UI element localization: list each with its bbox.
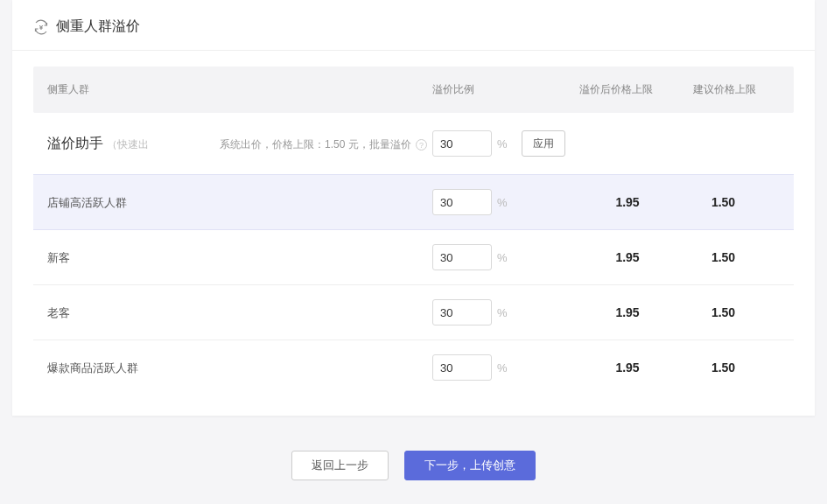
percent-label: % <box>497 196 508 209</box>
footer-actions: 返回上一步 下一步，上传创意 <box>0 416 827 501</box>
ratio-input[interactable] <box>432 189 492 215</box>
helper-title: 溢价助手 <box>47 136 103 150</box>
col-header-group: 侧重人群 <box>47 82 432 97</box>
yuan-refresh-icon: ¥ <box>33 19 49 35</box>
row-name: 店铺高活跃人群 <box>47 196 127 209</box>
percent-label: % <box>497 361 508 374</box>
table-row: 新客%1.951.50 <box>33 230 794 284</box>
ratio-input[interactable] <box>432 354 492 381</box>
svg-text:¥: ¥ <box>39 24 44 32</box>
after-price: 1.95 <box>615 305 639 319</box>
batch-ratio-input[interactable] <box>432 130 492 157</box>
row-name: 老客 <box>47 306 70 319</box>
percent-label: % <box>497 137 508 150</box>
back-button[interactable]: 返回上一步 <box>291 451 389 480</box>
col-header-after: 溢价后价格上限 <box>579 82 693 97</box>
row-name: 新客 <box>47 251 70 264</box>
ratio-input[interactable] <box>432 244 492 270</box>
premium-card: ¥ 侧重人群溢价 侧重人群 溢价比例 溢价后价格上限 建议价格上限 溢价助手（快… <box>12 0 815 416</box>
apply-button[interactable]: 应用 <box>522 130 565 157</box>
helper-row: 溢价助手（快速出 系统出价，价格上限：1.50 元，批量溢价 ? % 应用 <box>33 113 794 174</box>
row-name: 爆款商品活跃人群 <box>47 361 138 374</box>
col-header-ratio: 溢价比例 <box>432 82 579 97</box>
table-row: 店铺高活跃人群%1.951.50 <box>33 174 794 230</box>
after-price: 1.95 <box>615 360 639 374</box>
card-title: 侧重人群溢价 <box>56 18 140 36</box>
suggest-price: 1.50 <box>711 250 735 264</box>
after-price: 1.95 <box>615 195 639 209</box>
card-body: 侧重人群 溢价比例 溢价后价格上限 建议价格上限 溢价助手（快速出 系统出价，价… <box>12 51 815 416</box>
percent-label: % <box>497 306 508 319</box>
suggest-price: 1.50 <box>711 195 735 209</box>
after-price: 1.95 <box>615 250 639 264</box>
suggest-price: 1.50 <box>711 360 735 374</box>
percent-label: % <box>497 251 508 264</box>
helper-subtitle: （快速出 <box>107 138 149 150</box>
ratio-input[interactable] <box>432 299 492 326</box>
suggest-price: 1.50 <box>711 305 735 319</box>
card-header: ¥ 侧重人群溢价 <box>12 0 815 51</box>
next-button[interactable]: 下一步，上传创意 <box>404 451 536 480</box>
col-header-suggest: 建议价格上限 <box>693 82 780 97</box>
table-row: 老客%1.951.50 <box>33 284 794 340</box>
help-icon[interactable]: ? <box>416 139 427 150</box>
table-row: 爆款商品活跃人群%1.951.50 <box>33 340 794 395</box>
helper-desc: 系统出价，价格上限：1.50 元，批量溢价 ? <box>220 137 432 152</box>
premium-table: 侧重人群 溢价比例 溢价后价格上限 建议价格上限 溢价助手（快速出 系统出价，价… <box>33 66 794 395</box>
table-header: 侧重人群 溢价比例 溢价后价格上限 建议价格上限 <box>33 66 794 113</box>
